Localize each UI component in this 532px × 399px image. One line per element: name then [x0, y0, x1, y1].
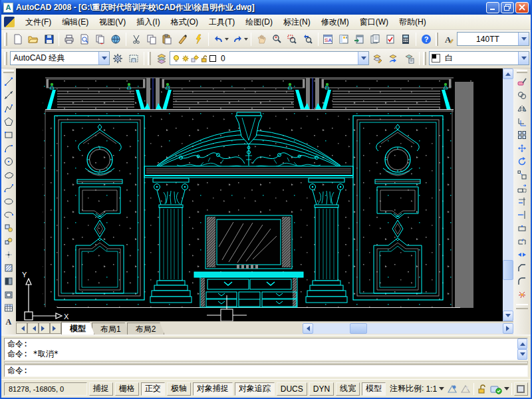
- menu-window[interactable]: 窗口(W): [354, 15, 394, 30]
- fillet-button[interactable]: [515, 275, 529, 288]
- mirror-button[interactable]: [515, 102, 529, 115]
- plot-preview-button[interactable]: [77, 31, 92, 47]
- chamfer-button[interactable]: [515, 261, 529, 275]
- minimize-button[interactable]: [486, 2, 499, 13]
- menu-modify[interactable]: 修改(M): [316, 15, 354, 30]
- explode-button[interactable]: [515, 288, 529, 301]
- paste-button[interactable]: [160, 31, 175, 47]
- command-input[interactable]: 命令:: [4, 364, 528, 377]
- restore-button[interactable]: [501, 2, 514, 13]
- undo-dropdown-arrow[interactable]: [225, 38, 229, 43]
- save-button[interactable]: [41, 31, 57, 47]
- copy-object-button[interactable]: [515, 88, 529, 102]
- canvas-horizontal-scrollbar[interactable]: [303, 323, 513, 334]
- toggle-osnap[interactable]: 对象捕捉: [193, 382, 233, 396]
- chevron-down-icon[interactable]: [358, 52, 368, 65]
- canvas-vertical-scrollbar[interactable]: [503, 68, 513, 321]
- command-history[interactable]: 命令:命令: *取消*: [4, 338, 528, 360]
- chevron-down-icon[interactable]: [518, 33, 529, 45]
- menu-insert[interactable]: 插入(I): [131, 15, 165, 30]
- scroll-up-button[interactable]: [517, 338, 527, 349]
- sheet-set-manager-button[interactable]: [367, 31, 382, 47]
- layer-states-button[interactable]: [401, 51, 417, 66]
- copy-button[interactable]: [144, 31, 159, 47]
- layer-previous-button[interactable]: [385, 51, 401, 66]
- revision-cloud-button[interactable]: [2, 168, 15, 182]
- zoom-window-button[interactable]: [285, 31, 300, 47]
- command-scrollbar[interactable]: [517, 338, 527, 360]
- tool-palettes-button[interactable]: [351, 31, 366, 47]
- ellipse-arc-button[interactable]: [2, 208, 15, 221]
- region-button[interactable]: [2, 288, 15, 301]
- toolbar-grip[interactable]: [148, 52, 151, 65]
- scroll-thumb[interactable]: [350, 323, 367, 334]
- multiline-text-button[interactable]: A: [2, 315, 15, 328]
- table-button[interactable]: [2, 301, 15, 315]
- toolbar-grip[interactable]: [436, 33, 439, 46]
- scale-button[interactable]: [515, 168, 529, 182]
- scroll-track[interactable]: [503, 79, 513, 311]
- polyline-button[interactable]: [2, 102, 15, 115]
- redo-button[interactable]: [229, 31, 245, 47]
- text-style-combo[interactable]: 140TT: [457, 32, 529, 46]
- point-button[interactable]: [2, 248, 15, 261]
- menu-view[interactable]: 视图(V): [94, 15, 131, 30]
- layer-properties-button[interactable]: [154, 51, 170, 66]
- scroll-down-button[interactable]: [503, 311, 513, 321]
- menu-file[interactable]: 文件(F): [20, 15, 57, 30]
- 3d-dwf-button[interactable]: [108, 31, 124, 47]
- scroll-track[interactable]: [313, 323, 503, 334]
- spline-button[interactable]: [2, 182, 15, 195]
- new-button[interactable]: [10, 31, 25, 47]
- menu-help[interactable]: 帮助(H): [394, 15, 432, 30]
- rectangle-button[interactable]: [2, 128, 15, 142]
- tab-layout2[interactable]: 布局2: [127, 323, 165, 334]
- help-button[interactable]: ?: [418, 31, 434, 47]
- scroll-up-button[interactable]: [503, 68, 513, 79]
- scroll-thumb[interactable]: [503, 260, 513, 280]
- toggle-ortho[interactable]: 正交: [141, 382, 165, 396]
- my-workspace-button[interactable]: [126, 51, 142, 66]
- workspace-combo[interactable]: AutoCAD 经典: [10, 51, 110, 65]
- color-combo[interactable]: 白: [429, 51, 529, 65]
- open-button[interactable]: [25, 31, 41, 47]
- scroll-left-button[interactable]: [303, 323, 313, 334]
- drawing-canvas[interactable]: Y X: [16, 68, 503, 321]
- ellipse-button[interactable]: [2, 195, 15, 208]
- annotation-scale-value[interactable]: 1:1: [426, 384, 437, 394]
- toolbar-lock-button[interactable]: [476, 383, 487, 395]
- polygon-button[interactable]: [2, 115, 15, 128]
- cut-button[interactable]: [128, 31, 144, 47]
- scroll-right-button[interactable]: [503, 323, 513, 334]
- line-button[interactable]: [2, 75, 15, 88]
- break-at-point-button[interactable]: [515, 221, 529, 235]
- layer-combo[interactable]: 0: [170, 51, 369, 65]
- erase-button[interactable]: [515, 75, 529, 88]
- block-editor-button[interactable]: [191, 31, 206, 47]
- toolbar-grip[interactable]: [516, 304, 528, 309]
- markup-set-manager-button[interactable]: [382, 31, 398, 47]
- zoom-realtime-button[interactable]: [269, 31, 284, 47]
- menu-draw[interactable]: 绘图(D): [240, 15, 278, 30]
- layer-viewport-freeze-icon[interactable]: [191, 55, 199, 63]
- undo-button[interactable]: [211, 31, 226, 47]
- publish-button[interactable]: [92, 31, 108, 47]
- layer-freeze-sun-icon[interactable]: [182, 55, 190, 63]
- tab-last-button[interactable]: [50, 323, 61, 334]
- move-button[interactable]: [515, 142, 529, 155]
- menu-edit[interactable]: 编辑(E): [57, 15, 94, 30]
- toggle-lineweight[interactable]: 线宽: [336, 382, 360, 396]
- rotate-button[interactable]: [515, 155, 529, 168]
- toolbar-grip[interactable]: [3, 70, 14, 73]
- pan-button[interactable]: [253, 31, 269, 47]
- menu-tools[interactable]: 工具(T): [203, 15, 240, 30]
- offset-button[interactable]: [515, 115, 529, 128]
- make-object-layer-current-button[interactable]: [369, 51, 385, 66]
- designcenter-button[interactable]: [336, 31, 351, 47]
- menu-format[interactable]: 格式(O): [166, 15, 203, 30]
- circle-button[interactable]: [2, 155, 15, 168]
- toolbar-grip[interactable]: [4, 33, 7, 46]
- break-button[interactable]: [515, 235, 529, 248]
- layer-unlock-icon[interactable]: [200, 55, 208, 63]
- redo-dropdown-arrow[interactable]: [244, 38, 248, 43]
